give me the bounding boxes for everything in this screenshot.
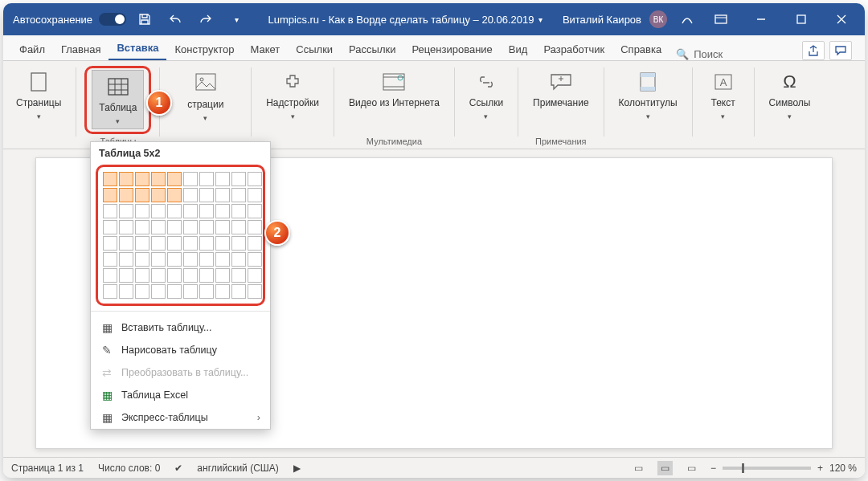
grid-cell[interactable] bbox=[151, 172, 166, 186]
maximize-button[interactable] bbox=[783, 3, 820, 35]
title-dropdown-icon[interactable]: ▾ bbox=[538, 15, 542, 24]
grid-cell[interactable] bbox=[231, 252, 246, 267]
links-button[interactable]: Ссылки▾ bbox=[463, 66, 510, 134]
grid-cell[interactable] bbox=[119, 220, 133, 234]
grid-cell[interactable] bbox=[183, 188, 198, 202]
grid-cell[interactable] bbox=[135, 188, 149, 202]
grid-cell[interactable] bbox=[103, 172, 117, 186]
grid-cell[interactable] bbox=[119, 236, 133, 251]
status-page[interactable]: Страница 1 из 1 bbox=[11, 463, 84, 474]
grid-cell[interactable] bbox=[248, 204, 262, 218]
menu-excel-table[interactable]: ▦ Таблица Excel bbox=[91, 384, 270, 406]
grid-cell[interactable] bbox=[231, 284, 246, 299]
grid-cell[interactable] bbox=[231, 204, 246, 218]
pages-button[interactable]: Страницы▾ bbox=[10, 66, 68, 134]
grid-cell[interactable] bbox=[151, 220, 166, 234]
grid-cell[interactable] bbox=[231, 172, 246, 186]
grid-cell[interactable] bbox=[135, 236, 149, 251]
grid-cell[interactable] bbox=[151, 284, 166, 299]
grid-cell[interactable] bbox=[231, 268, 246, 283]
grid-cell[interactable] bbox=[183, 172, 198, 186]
zoom-percent[interactable]: 120 % bbox=[829, 463, 857, 474]
tab-insert[interactable]: Вставка bbox=[108, 37, 166, 60]
grid-cell[interactable] bbox=[231, 220, 246, 234]
grid-cell[interactable] bbox=[215, 252, 230, 267]
grid-cell[interactable] bbox=[215, 188, 230, 202]
grid-cell[interactable] bbox=[167, 188, 182, 202]
grid-cell[interactable] bbox=[248, 252, 262, 267]
tab-mailings[interactable]: Рассылки bbox=[341, 39, 403, 60]
zoom-out-button[interactable]: − bbox=[710, 463, 716, 474]
grid-cell[interactable] bbox=[151, 268, 166, 283]
ink-icon[interactable] bbox=[675, 7, 699, 31]
comments-button[interactable] bbox=[829, 41, 852, 60]
grid-cell[interactable] bbox=[103, 220, 117, 234]
grid-cell[interactable] bbox=[215, 172, 230, 186]
share-button[interactable] bbox=[802, 41, 825, 60]
grid-cell[interactable] bbox=[167, 252, 182, 267]
grid-cell[interactable] bbox=[199, 188, 214, 202]
tab-file[interactable]: Файл bbox=[11, 39, 53, 60]
tab-review[interactable]: Рецензирование bbox=[403, 39, 500, 60]
status-word-count[interactable]: Число слов: 0 bbox=[98, 463, 160, 474]
autosave-toggle[interactable] bbox=[99, 13, 126, 26]
menu-quick-tables[interactable]: ▦ Экспресс-таблицы › bbox=[91, 406, 270, 429]
grid-cell[interactable] bbox=[103, 268, 117, 283]
grid-cell[interactable] bbox=[199, 204, 214, 218]
grid-cell[interactable] bbox=[248, 172, 262, 186]
grid-cell[interactable] bbox=[167, 284, 182, 299]
grid-cell[interactable] bbox=[183, 268, 198, 283]
grid-cell[interactable] bbox=[119, 172, 133, 186]
grid-cell[interactable] bbox=[199, 268, 214, 283]
grid-cell[interactable] bbox=[135, 220, 149, 234]
illustrations-button[interactable]: Иллюстрации страции▾ bbox=[168, 66, 243, 134]
grid-cell[interactable] bbox=[248, 236, 262, 251]
grid-cell[interactable] bbox=[248, 220, 262, 234]
grid-cell[interactable] bbox=[135, 268, 149, 283]
headers-footers-button[interactable]: Колонтитулы▾ bbox=[612, 66, 684, 134]
grid-cell[interactable] bbox=[151, 188, 166, 202]
grid-cell[interactable] bbox=[135, 284, 149, 299]
ribbon-options-icon[interactable] bbox=[702, 7, 739, 31]
text-button[interactable]: A Текст▾ bbox=[701, 66, 746, 134]
grid-cell[interactable] bbox=[183, 284, 198, 299]
tab-references[interactable]: Ссылки bbox=[288, 39, 341, 60]
qa-dropdown-icon[interactable]: ▾ bbox=[224, 7, 248, 31]
tab-home[interactable]: Главная bbox=[53, 39, 108, 60]
grid-cell[interactable] bbox=[103, 236, 117, 251]
table-button[interactable]: Таблица▾ bbox=[92, 70, 144, 129]
save-icon[interactable] bbox=[133, 7, 157, 31]
grid-cell[interactable] bbox=[248, 284, 262, 299]
avatar[interactable]: ВК bbox=[649, 10, 667, 28]
grid-cell[interactable] bbox=[248, 268, 262, 283]
grid-cell[interactable] bbox=[103, 188, 117, 202]
grid-cell[interactable] bbox=[135, 204, 149, 218]
close-button[interactable] bbox=[823, 3, 860, 35]
grid-cell[interactable] bbox=[103, 252, 117, 267]
grid-cell[interactable] bbox=[135, 252, 149, 267]
tab-design[interactable]: Конструктор bbox=[166, 39, 242, 60]
symbols-button[interactable]: Ω Символы▾ bbox=[763, 66, 817, 134]
grid-cell[interactable] bbox=[119, 268, 133, 283]
tab-developer[interactable]: Разработчик bbox=[535, 39, 612, 60]
status-language[interactable]: английский (США) bbox=[197, 463, 278, 474]
grid-cell[interactable] bbox=[199, 172, 214, 186]
addins-button[interactable]: Надстройки▾ bbox=[260, 66, 326, 134]
tab-view[interactable]: Вид bbox=[501, 39, 536, 60]
grid-cell[interactable] bbox=[151, 204, 166, 218]
print-layout-icon[interactable]: ▭ bbox=[657, 461, 673, 475]
spellcheck-icon[interactable]: ✔ bbox=[174, 463, 182, 474]
grid-cell[interactable] bbox=[167, 220, 182, 234]
table-grid-picker[interactable] bbox=[103, 172, 258, 299]
menu-draw-table[interactable]: ✎ Нарисовать таблицу bbox=[91, 339, 270, 361]
online-video-button[interactable]: Видео из Интернета bbox=[342, 66, 446, 134]
zoom-slider[interactable] bbox=[723, 467, 811, 470]
grid-cell[interactable] bbox=[103, 204, 117, 218]
grid-cell[interactable] bbox=[215, 268, 230, 283]
grid-cell[interactable] bbox=[167, 268, 182, 283]
grid-cell[interactable] bbox=[215, 204, 230, 218]
grid-cell[interactable] bbox=[119, 284, 133, 299]
menu-insert-table[interactable]: ▦ Вставить таблицу... bbox=[91, 316, 270, 339]
grid-cell[interactable] bbox=[215, 236, 230, 251]
minimize-button[interactable] bbox=[743, 3, 780, 35]
